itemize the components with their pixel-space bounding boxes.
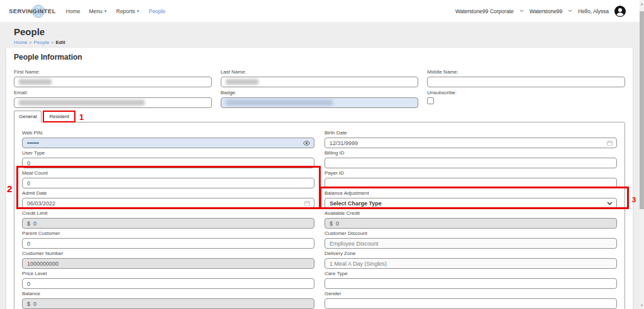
last-name-field: Last Name: <box>221 69 419 87</box>
billing-id-input[interactable] <box>325 158 617 168</box>
badge-field: Badge: <box>221 90 419 108</box>
nav-menu[interactable]: Menu▼ <box>89 8 108 14</box>
customer-number-label: Customer Number <box>22 251 314 257</box>
eye-icon[interactable] <box>303 141 310 146</box>
credit-limit-input: $ 0 <box>22 218 314 229</box>
nav-people[interactable]: People <box>148 8 165 14</box>
nav-home[interactable]: Home <box>66 8 80 14</box>
user-greeting: Hello, Alyssa <box>578 8 609 14</box>
calendar-icon[interactable] <box>304 200 310 206</box>
scroll-up-button[interactable]: ▲ <box>640 1 644 7</box>
available-credit-input: $ 0 <box>325 218 617 229</box>
web-pin-field: Web PIN: •••••• <box>22 130 314 148</box>
general-tab-content: Web PIN: •••••• User Type 0 <box>14 122 625 309</box>
unsubscribe-label: Unsubscribe: <box>427 90 625 96</box>
nav-links: Home Menu▼ Reports▼ People <box>66 8 165 14</box>
available-credit-label: Available Credit <box>325 210 617 217</box>
gender-field: Gender <box>325 291 617 309</box>
breadcrumb-edit: Edit <box>55 40 65 45</box>
admit-date-field: Admit Date 06/03/2022 <box>22 190 314 209</box>
unsubscribe-checkbox[interactable] <box>427 97 434 104</box>
last-name-label: Last Name: <box>221 69 419 75</box>
calendar-icon[interactable] <box>607 140 613 146</box>
meal-count-label: Meal Count <box>22 170 314 176</box>
payer-id-input[interactable] <box>325 178 617 188</box>
chevron-down-icon <box>519 9 524 13</box>
care-type-field: Care Type <box>325 271 617 289</box>
user-type-field: User Type 0 <box>22 150 314 168</box>
price-level-input[interactable]: 0 <box>22 278 314 289</box>
tab-bar: General Resident 1 <box>14 111 625 122</box>
credit-limit-label: Credit Limit <box>22 210 314 217</box>
user-type-input[interactable]: 0 <box>22 158 314 168</box>
annotation-2-group: Meal Count 0 Admit Date 06/03/2022 <box>22 170 314 209</box>
redacted-value <box>19 79 52 85</box>
section-heading: People Information <box>6 48 633 62</box>
annotation-number-1: 1 <box>79 112 84 122</box>
redacted-value <box>226 100 333 106</box>
vertical-scrollbar[interactable]: ▲ ▼ <box>640 0 644 309</box>
brand-logo[interactable]: SERVINGINTEL <box>9 0 56 22</box>
meal-count-field: Meal Count 0 <box>22 170 314 188</box>
balance-label: Balance <box>22 291 314 297</box>
customer-number-input: 1000000000 <box>22 258 314 269</box>
org-dropdown[interactable]: Waterstone99 Corporate <box>455 8 514 14</box>
care-type-input[interactable] <box>325 278 617 289</box>
credit-limit-field: Credit Limit $ 0 <box>22 210 314 229</box>
web-pin-input[interactable]: •••••• <box>22 138 314 148</box>
annotation-number-2: 2 <box>7 183 12 194</box>
delivery-zone-input: 1 Meal A Day (Singles) <box>325 258 617 269</box>
admit-date-label: Admit Date <box>22 190 314 197</box>
middle-name-input[interactable] <box>427 77 625 87</box>
caret-down-icon: ▼ <box>136 9 140 13</box>
form-left-column: Web PIN: •••••• User Type 0 <box>22 130 314 309</box>
scrollbar-thumb[interactable] <box>640 11 644 209</box>
redacted-value <box>226 79 258 85</box>
balance-adjustment-select[interactable]: Select Charge Type <box>325 198 617 209</box>
payer-id-label: Payer ID <box>325 170 617 176</box>
top-navbar: SERVINGINTEL Home Menu▼ Reports▼ People … <box>0 0 640 22</box>
web-pin-label: Web PIN: <box>22 130 314 136</box>
parent-customer-label: Parent Customer <box>22 230 314 237</box>
tab-general[interactable]: General <box>14 111 42 122</box>
user-avatar-icon[interactable] <box>614 6 626 17</box>
annotation-number-3: 3 <box>632 196 636 203</box>
billing-id-label: Billing ID <box>325 150 617 156</box>
birth-date-label: Birth Date <box>325 130 617 136</box>
app-window: SERVINGINTEL Home Menu▼ Reports▼ People … <box>0 0 644 309</box>
email-label: Email: <box>14 90 212 96</box>
balance-field: Balance $ 0 <box>22 291 314 309</box>
breadcrumb-people[interactable]: People <box>33 40 49 45</box>
birth-date-input[interactable]: 12/31/9999 <box>325 138 617 148</box>
middle-name-field: Middle Name: <box>427 69 625 87</box>
people-information-panel: People Information First Name: Last Name… <box>6 48 633 309</box>
email-field: Email: <box>14 90 212 108</box>
payer-id-field: Payer ID <box>325 170 617 188</box>
delivery-zone-field: Delivery Zone 1 Meal A Day (Singles) <box>325 251 617 269</box>
gender-input[interactable] <box>325 298 617 309</box>
breadcrumb-home[interactable]: Home <box>14 40 27 45</box>
first-name-field: First Name: <box>14 69 212 87</box>
balance-adjustment-label: Balance Adjustment <box>325 190 617 197</box>
first-name-label: First Name: <box>14 69 212 75</box>
customer-number-field: Customer Number 1000000000 <box>22 251 314 269</box>
first-name-input[interactable] <box>14 77 212 87</box>
unsubscribe-field: Unsubscribe: <box>427 90 625 108</box>
gender-label: Gender <box>325 291 617 297</box>
meal-count-input[interactable]: 0 <box>22 178 314 188</box>
admit-date-input[interactable]: 06/03/2022 <box>22 198 314 209</box>
tab-resident[interactable]: Resident 1 <box>45 111 74 122</box>
person-fields-grid: First Name: Last Name: Middle Name: Emai… <box>6 62 633 108</box>
breadcrumb-separator: > <box>29 40 31 45</box>
chevron-down-icon <box>607 202 613 205</box>
balance-input: $ 0 <box>22 298 314 309</box>
last-name-input[interactable] <box>221 77 419 87</box>
price-level-label: Price Level <box>22 271 314 277</box>
billing-id-field: Billing ID <box>325 150 617 168</box>
email-input[interactable] <box>14 97 212 108</box>
store-dropdown[interactable]: Waterstone99 <box>530 8 563 14</box>
nav-reports[interactable]: Reports▼ <box>116 8 140 14</box>
scroll-down-button[interactable]: ▼ <box>640 302 644 308</box>
badge-input[interactable] <box>221 97 419 108</box>
parent-customer-input[interactable]: 0 <box>22 238 314 249</box>
